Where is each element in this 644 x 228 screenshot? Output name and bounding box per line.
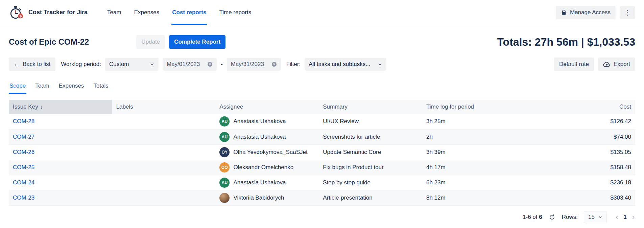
tab-expenses[interactable]: Expenses xyxy=(58,81,85,94)
date-to-input[interactable]: May/31/2023 xyxy=(227,58,281,71)
export-button[interactable]: Export xyxy=(598,58,635,71)
assignee-avatar: AU xyxy=(219,132,230,142)
next-page-button[interactable]: › xyxy=(631,213,635,221)
table-footer: 1-6 of 6 Rows: 15 ‹ 1 › xyxy=(9,211,635,223)
cost-cell: $158.48 xyxy=(526,160,635,175)
labels-cell xyxy=(112,175,216,190)
labels-cell xyxy=(112,190,216,205)
table-row: COM-27 AU Anastasia Ushakova Screenshots… xyxy=(9,129,635,144)
refresh-button[interactable] xyxy=(548,213,556,221)
nav-cost-reports[interactable]: Cost reports xyxy=(171,0,207,25)
previous-page-button[interactable]: ‹ xyxy=(615,213,619,221)
labels-cell xyxy=(112,144,216,160)
cost-cell: $135.05 xyxy=(526,144,635,160)
issue-key-link[interactable]: COM-28 xyxy=(13,118,34,124)
tab-scope[interactable]: Scope xyxy=(9,81,26,94)
manage-access-button[interactable]: Manage Access xyxy=(556,6,616,19)
labels-cell xyxy=(112,129,216,144)
column-header-labels[interactable]: Labels xyxy=(112,100,216,114)
tab-totals[interactable]: Totals xyxy=(93,81,109,94)
row-range: 1-6 of 6 xyxy=(523,214,542,221)
column-header-summary[interactable]: Summary xyxy=(319,100,422,114)
rows-per-page-value: 15 xyxy=(588,214,595,221)
column-header-assignee[interactable]: Assignee xyxy=(215,100,319,114)
tab-team[interactable]: Team xyxy=(34,81,50,94)
brand: $ Cost Tracker for Jira xyxy=(9,0,88,25)
table-row: COM-23 Viktoriia Babidorych Article-pres… xyxy=(9,190,635,205)
cost-cell: $126.42 xyxy=(526,114,635,129)
summary-cell: UI/UX Review xyxy=(319,114,422,129)
summary-cell: Article-presentation xyxy=(319,190,422,205)
assignee-avatar: OO xyxy=(219,162,230,173)
issue-key-link[interactable]: COM-24 xyxy=(13,179,34,186)
more-options-icon: ⋮ xyxy=(624,9,631,16)
export-label: Export xyxy=(614,61,630,68)
issue-key-link[interactable]: COM-23 xyxy=(13,195,34,201)
clear-date-to-icon[interactable] xyxy=(271,62,277,67)
totals-value: Totals: 27h 56m | $1,033.53 xyxy=(497,36,635,48)
period-select[interactable]: Custom xyxy=(105,58,159,71)
assignee-avatar: AU xyxy=(219,116,230,127)
lock-icon xyxy=(561,9,567,16)
assignee-name: Oleksandr Omelchenko xyxy=(233,164,293,171)
summary-cell: Fix bugs in Product tour xyxy=(319,160,422,175)
app-root: $ Cost Tracker for Jira Team Expenses Co… xyxy=(0,0,644,223)
filter-label: Filter: xyxy=(286,61,301,68)
assignee-cell: OO Oleksandr Omelchenko xyxy=(215,160,319,175)
nav-team[interactable]: Team xyxy=(106,0,122,25)
time-log-cell: 4h 17m xyxy=(422,160,526,175)
report-tabs: Scope Team Expenses Totals xyxy=(9,81,635,94)
time-log-cell: 8h 12m xyxy=(422,190,526,205)
rows-per-page-label: Rows: xyxy=(562,214,578,221)
cloud-export-icon xyxy=(603,62,611,67)
app-logo-icon: $ xyxy=(9,5,24,20)
column-header-time-log[interactable]: Time log for period xyxy=(422,100,526,114)
labels-cell xyxy=(112,160,216,175)
time-log-cell: 2h xyxy=(422,129,526,144)
table-row: COM-24 AU Anastasia Ushakova Step by ste… xyxy=(9,175,635,190)
column-header-issue-key[interactable]: Issue Key↓ xyxy=(9,100,112,114)
page-title: Cost of Epic COM-22 xyxy=(9,37,89,47)
assignee-name: Anastasia Ushakova xyxy=(233,134,286,140)
assignee-cell: AU Anastasia Ushakova xyxy=(215,114,319,129)
table-row: COM-25 OO Oleksandr Omelchenko Fix bugs … xyxy=(9,160,635,175)
pagination: ‹ 1 › xyxy=(615,213,635,221)
update-button[interactable]: Update xyxy=(136,35,165,49)
date-from-input[interactable]: May/01/2023 xyxy=(163,58,217,71)
date-range-separator: - xyxy=(221,61,223,68)
issue-key-header-label: Issue Key xyxy=(13,104,38,110)
back-to-list-button[interactable]: ← Back to list xyxy=(9,58,55,71)
clear-date-from-icon[interactable] xyxy=(207,62,213,67)
nav-time-reports[interactable]: Time reports xyxy=(218,0,252,25)
chevron-down-icon xyxy=(598,215,602,219)
scope-table: Issue Key↓ Labels Assignee Summary Time … xyxy=(9,100,635,206)
assignee-avatar: OY xyxy=(219,147,230,157)
task-filter-select[interactable]: All tasks and subtasks... xyxy=(305,58,386,71)
cost-cell: $74.00 xyxy=(526,129,635,144)
chevron-down-icon xyxy=(378,62,382,67)
refresh-icon xyxy=(549,214,555,220)
default-rate-button[interactable]: Default rate xyxy=(554,58,594,71)
complete-report-button[interactable]: Complete Report xyxy=(169,35,225,49)
nav-expenses[interactable]: Expenses xyxy=(134,0,160,25)
date-to-value: May/31/2023 xyxy=(231,61,264,68)
sort-descending-icon: ↓ xyxy=(40,104,43,110)
rows-per-page-select[interactable]: 15 xyxy=(584,211,607,223)
assignee-cell: OY Olha Yevdokymova_SaaSJet xyxy=(215,144,319,160)
row-range-text: 1-6 of xyxy=(523,214,537,220)
date-from-value: May/01/2023 xyxy=(167,61,200,68)
summary-cell: Screenshots for article xyxy=(319,129,422,144)
column-header-cost[interactable]: Cost xyxy=(526,100,635,114)
issue-key-link[interactable]: COM-25 xyxy=(13,164,34,170)
issue-key-link[interactable]: COM-26 xyxy=(13,149,34,155)
table-body: COM-28 AU Anastasia Ushakova UI/UX Revie… xyxy=(9,114,635,205)
current-page[interactable]: 1 xyxy=(623,214,626,221)
summary-cell: Update Semantic Core xyxy=(319,144,422,160)
assignee-name: Olha Yevdokymova_SaaSJet xyxy=(233,149,307,156)
more-options-button[interactable]: ⋮ xyxy=(620,6,635,19)
issue-key-link[interactable]: COM-27 xyxy=(13,134,34,140)
summary-cell: Step by step guide xyxy=(319,175,422,190)
top-bar-actions: Manage Access ⋮ xyxy=(556,0,635,25)
labels-cell xyxy=(112,114,216,129)
time-log-cell: 3h 39m xyxy=(422,144,526,160)
